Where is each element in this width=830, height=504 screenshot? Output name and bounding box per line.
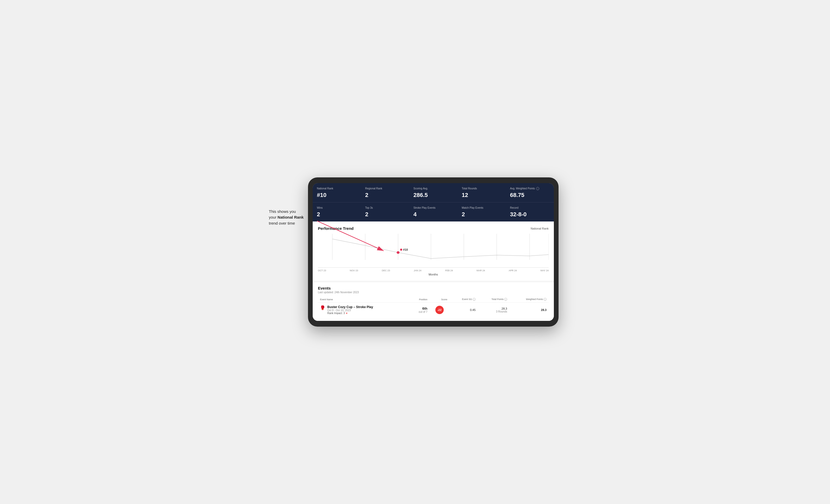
performance-section: Performance Trend National Rank [313, 222, 554, 281]
col-total-points: Total Points i [478, 296, 509, 303]
event-date: Oct 9 - Oct 10, 2023 [327, 309, 373, 312]
stat-total-rounds: Total Rounds 12 [457, 183, 506, 202]
info-icon-avg-weighted: i [536, 187, 539, 190]
stat-label-wins: Wins [317, 206, 356, 209]
annotation-text: This shows you your National Rank trend … [269, 209, 316, 227]
event-position-sub: out of 7 [411, 310, 427, 313]
performance-header: Performance Trend National Rank [318, 226, 549, 231]
event-name: Buster Cozy Cup – Stroke Play [327, 305, 373, 309]
tablet-frame: National Rank #10 Regional Rank 2 Scorin… [308, 177, 558, 327]
stat-label-scoring-avg: Scoring Avg. [413, 187, 453, 190]
month-mar24: MAR 24 [477, 269, 485, 272]
rank-impact-arrow: ▼ [346, 312, 348, 314]
stat-value-wins: 2 [317, 211, 356, 218]
event-info-cell: 🥊 Buster Cozy Cup – Stroke Play Oct 9 - … [318, 303, 409, 317]
stat-value-record: 32-8-0 [510, 211, 550, 218]
stat-label-national-rank: National Rank [317, 187, 356, 190]
performance-title: Performance Trend [318, 226, 354, 231]
score-value: -22 [438, 308, 442, 311]
month-apr24: APR 24 [509, 269, 517, 272]
stat-label-record: Record [510, 206, 550, 209]
stat-record: Record 32-8-0 [506, 202, 554, 222]
stat-regional-rank: Regional Rank 2 [361, 183, 409, 202]
event-position-cell: 6th out of 7 [409, 303, 429, 317]
rank-label: #10 [400, 248, 408, 251]
col-event-name: Event Name [318, 296, 409, 303]
tablet-screen: National Rank #10 Regional Rank 2 Scorin… [313, 183, 554, 321]
col-weighted-points: Weighted Points i [509, 296, 549, 303]
events-section: Events Last updated: 24th November 2023 … [313, 281, 554, 321]
stat-label-top3s: Top 3s [365, 206, 405, 209]
events-table: Event Name Position Score Event SG i [318, 296, 549, 317]
stat-value-regional-rank: 2 [365, 192, 405, 199]
events-title: Events [318, 286, 549, 290]
stat-label-avg-weighted: Avg. Weighted Points i [510, 187, 550, 190]
month-feb24: FEB 24 [445, 269, 453, 272]
score-badge: -22 [435, 306, 444, 314]
info-icon-total-points: i [504, 298, 507, 301]
event-score-cell: -22 [429, 303, 449, 317]
rank-value: #10 [403, 248, 408, 251]
stat-value-top3s: 2 [365, 211, 405, 218]
col-event-sg: Event SG i [449, 296, 478, 303]
info-icon-weighted-points: i [544, 298, 547, 301]
month-jan24: JAN 24 [414, 269, 421, 272]
months-label: Months [318, 273, 549, 276]
stat-value-stroke-play: 4 [413, 211, 453, 218]
chart-container: #10 [318, 234, 549, 268]
event-weighted-points: 28.3 [541, 308, 547, 311]
month-dec23: DEC 23 [382, 269, 390, 272]
event-weighted-points-cell: 28.3 [509, 303, 549, 317]
stat-national-rank: National Rank #10 [313, 183, 361, 202]
stat-value-national-rank: #10 [317, 192, 356, 199]
event-total-points-cell: 28.3 3 Rounds [478, 303, 509, 317]
event-rank-impact: Rank Impact: 3 ▼ [327, 312, 373, 314]
month-may24: MAY 24 [541, 269, 549, 272]
events-last-updated: Last updated: 24th November 2023 [318, 291, 549, 294]
svg-point-10 [397, 251, 400, 254]
performance-legend: National Rank [531, 227, 549, 230]
table-row: 🥊 Buster Cozy Cup – Stroke Play Oct 9 - … [318, 303, 549, 317]
stat-stroke-play: Stroke Play Events 4 [409, 202, 457, 222]
stat-value-match-play: 2 [462, 211, 501, 218]
event-sg-value: 0.45 [470, 308, 476, 311]
info-icon-event-sg: i [473, 298, 476, 301]
annotation-bold: National Rank [278, 215, 304, 220]
stat-value-total-rounds: 12 [462, 192, 501, 199]
annotation-line1: This shows you [269, 209, 296, 214]
stat-label-stroke-play: Stroke Play Events [413, 206, 453, 209]
stat-scoring-avg: Scoring Avg. 286.5 [409, 183, 457, 202]
stat-value-scoring-avg: 286.5 [413, 192, 453, 199]
stat-avg-weighted: Avg. Weighted Points i 68.75 [506, 183, 554, 202]
outer-wrapper: This shows you your National Rank trend … [272, 177, 558, 327]
col-score: Score [429, 296, 449, 303]
annotation-line3: trend over time [269, 221, 295, 225]
month-oct23: OCT 23 [318, 269, 326, 272]
stat-value-avg-weighted: 68.75 [510, 192, 550, 199]
event-total-points: 28.3 [480, 307, 507, 310]
stat-label-match-play: Match Play Events [462, 206, 501, 209]
stat-wins: Wins 2 [313, 202, 361, 222]
event-icon: 🥊 [320, 305, 325, 310]
stat-label-total-rounds: Total Rounds [462, 187, 501, 190]
annotation-line2: your [269, 215, 278, 220]
stats-header-row1: National Rank #10 Regional Rank 2 Scorin… [313, 183, 554, 202]
event-total-points-sub: 3 Rounds [480, 310, 507, 313]
stat-top3s: Top 3s 2 [361, 202, 409, 222]
rank-dot [400, 248, 402, 251]
event-sg-cell: 0.45 [449, 303, 478, 317]
event-position: 6th [411, 306, 427, 310]
stat-match-play: Match Play Events 2 [457, 202, 506, 222]
chart-months: OCT 23 NOV 23 DEC 23 JAN 24 FEB 24 MAR 2… [318, 268, 549, 272]
table-header-row: Event Name Position Score Event SG i [318, 296, 549, 303]
col-position: Position [409, 296, 429, 303]
month-nov23: NOV 23 [350, 269, 358, 272]
chart-svg [318, 234, 549, 265]
stats-header-row2: Wins 2 Top 3s 2 Stroke Play Events 4 Mat… [313, 202, 554, 222]
stat-label-regional-rank: Regional Rank [365, 187, 405, 190]
